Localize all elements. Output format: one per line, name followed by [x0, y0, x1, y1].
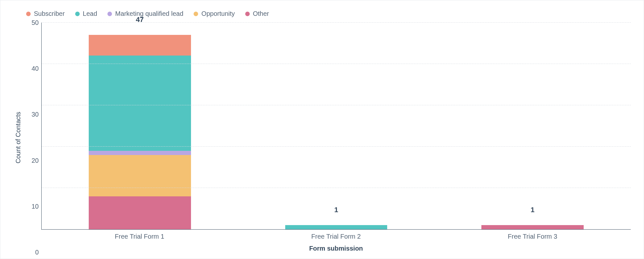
x-tick-label: Free Trial Form 2 [238, 233, 434, 240]
bar-segment[interactable] [481, 225, 584, 229]
x-axis-ticks: Free Trial Form 1Free Trial Form 2Free T… [41, 230, 631, 240]
legend-label: Marketing qualified lead [115, 10, 183, 17]
legend-swatch-icon [75, 12, 80, 16]
legend-label: Opportunity [201, 10, 235, 17]
gridline [42, 64, 631, 64]
bar-cell: 1 [238, 23, 435, 229]
y-axis-title: Count of Contacts [13, 23, 23, 252]
legend-item[interactable]: Marketing qualified lead [107, 10, 183, 17]
legend-swatch-icon [245, 12, 250, 16]
chart-body: Count of Contacts 01020304050 4711 Free … [13, 23, 631, 252]
y-tick-label: 20 [32, 157, 39, 164]
chart-card: SubscriberLeadMarketing qualified leadOp… [0, 0, 644, 259]
y-tick-label: 10 [32, 202, 39, 210]
bar-total-label: 1 [334, 206, 338, 215]
gridline [42, 105, 631, 105]
bar-stack[interactable] [481, 23, 584, 229]
legend-item[interactable]: Subscriber [26, 10, 65, 17]
legend-item[interactable]: Opportunity [194, 10, 235, 17]
gridline [42, 188, 631, 188]
bar-total-label: 47 [136, 16, 144, 25]
legend-swatch-icon [26, 12, 31, 16]
bar-cell: 1 [434, 23, 631, 229]
bar-segment[interactable] [89, 196, 191, 229]
x-axis-title: Form submission [41, 240, 631, 252]
bar-total-label: 1 [531, 206, 535, 215]
plot-area: 4711 [41, 23, 631, 230]
bar-segment[interactable] [89, 35, 191, 56]
legend-label: Lead [83, 10, 97, 17]
bar-segment[interactable] [89, 56, 191, 150]
gridline [42, 22, 631, 23]
legend-item[interactable]: Other [245, 10, 269, 17]
y-tick-label: 0 [35, 249, 39, 256]
bar-stack[interactable] [89, 23, 191, 229]
legend-label: Subscriber [34, 10, 65, 17]
chart-legend: SubscriberLeadMarketing qualified leadOp… [13, 10, 631, 17]
x-tick-label: Free Trial Form 1 [41, 233, 238, 240]
bars-row: 4711 [42, 23, 631, 229]
x-tick-label: Free Trial Form 3 [434, 233, 631, 240]
bar-segment[interactable] [89, 151, 191, 155]
bar-segment[interactable] [285, 225, 387, 229]
gridline [42, 146, 631, 147]
bar-cell: 47 [42, 23, 238, 229]
bar-stack[interactable] [285, 23, 387, 229]
legend-swatch-icon [194, 12, 198, 16]
y-tick-label: 50 [32, 19, 39, 26]
y-tick-label: 30 [32, 111, 39, 118]
legend-label: Other [253, 10, 269, 17]
bar-segment[interactable] [89, 155, 191, 196]
legend-swatch-icon [107, 12, 112, 16]
y-tick-label: 40 [32, 65, 39, 72]
y-axis-ticks: 01020304050 [23, 23, 41, 252]
plot-wrapper: 4711 Free Trial Form 1Free Trial Form 2F… [41, 23, 631, 252]
legend-item[interactable]: Lead [75, 10, 97, 17]
